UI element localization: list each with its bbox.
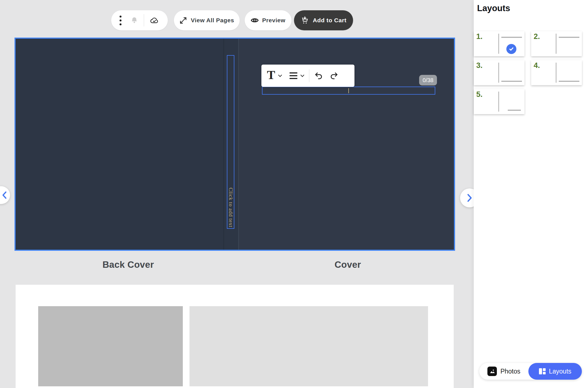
undo-icon[interactable] <box>314 71 323 80</box>
previous-spread-button[interactable] <box>0 186 10 204</box>
layout-text-line <box>559 37 579 38</box>
layout-option-3[interactable]: 3. <box>474 60 524 85</box>
layout-text-line <box>501 37 522 38</box>
layouts-tab[interactable]: Layouts <box>528 363 582 380</box>
layout-spine-line <box>498 92 499 112</box>
layouts-sidebar: Layouts 1. 2. 3. 4. 5. <box>474 0 588 388</box>
photo-placeholder-right[interactable] <box>189 306 428 386</box>
cover-spread-canvas[interactable]: Click to add text 0/38 T <box>14 38 455 251</box>
layout-text-line <box>508 110 521 111</box>
cover-title-text-box[interactable] <box>262 87 435 95</box>
layout-spine-line <box>498 63 499 83</box>
expand-icon <box>179 17 187 24</box>
layout-number: 1. <box>476 32 483 41</box>
text-editing-toolbar: T <box>261 65 354 87</box>
next-page-spread[interactable] <box>16 285 454 388</box>
layout-spine-line <box>556 34 557 54</box>
preview-label: Preview <box>262 17 286 24</box>
toolbar-divider <box>144 14 144 26</box>
toolbar-divider <box>309 69 309 82</box>
photos-tab[interactable]: Photos <box>479 367 528 376</box>
font-style-icon[interactable]: T <box>267 69 275 81</box>
layout-spine-line <box>498 34 499 54</box>
view-all-pages-button[interactable]: View All Pages <box>174 10 240 30</box>
view-all-pages-label: View All Pages <box>191 17 234 24</box>
toolbar-utility-group <box>111 10 168 30</box>
layout-text-line <box>501 81 522 82</box>
layouts-panel-title: Layouts <box>477 3 510 13</box>
text-cursor <box>348 88 349 93</box>
photos-tab-label: Photos <box>500 368 521 375</box>
cart-download-icon <box>301 16 309 24</box>
align-dropdown-chevron-icon[interactable] <box>300 74 305 77</box>
font-dropdown-chevron-icon[interactable] <box>278 74 282 77</box>
photo-placeholder-left[interactable] <box>38 306 183 386</box>
layout-option-5[interactable]: 5. <box>474 89 524 114</box>
layout-number: 3. <box>476 61 483 70</box>
spine-fold-line-right <box>238 39 239 250</box>
layout-number: 4. <box>534 61 540 70</box>
photos-icon <box>487 367 497 376</box>
character-counter-badge: 0/38 <box>419 75 437 85</box>
layout-option-1[interactable]: 1. <box>474 31 524 56</box>
spine-placeholder-text: Click to add text <box>228 188 234 227</box>
layout-number: 2. <box>534 32 540 41</box>
character-counter-value: 0/38 <box>423 77 434 84</box>
layout-option-2[interactable]: 2. <box>531 31 582 56</box>
chevron-right-icon <box>467 194 472 202</box>
cover-label: Cover <box>264 259 431 270</box>
selected-check-icon <box>506 44 516 54</box>
preview-button[interactable]: Preview <box>245 10 291 30</box>
eye-icon <box>251 16 259 24</box>
more-options-icon[interactable] <box>118 14 123 27</box>
redo-icon[interactable] <box>329 71 338 80</box>
layout-option-4[interactable]: 4. <box>531 60 582 85</box>
layouts-icon <box>539 368 546 374</box>
notifications-bell-icon[interactable] <box>130 16 138 24</box>
add-to-cart-label: Add to Cart <box>313 17 347 24</box>
chevron-left-icon <box>2 191 7 199</box>
layout-number: 5. <box>476 90 483 99</box>
spine-text-box[interactable]: Click to add text <box>227 55 234 229</box>
text-align-icon[interactable] <box>290 72 297 79</box>
layout-spine-line <box>556 63 557 83</box>
panel-switcher: Photos Layouts <box>479 363 582 380</box>
spine-fold-line-left <box>223 39 224 250</box>
back-cover-label: Back Cover <box>45 259 212 270</box>
layout-text-line <box>559 81 579 82</box>
layouts-tab-label: Layouts <box>549 368 572 375</box>
cloud-saved-icon[interactable] <box>150 16 159 24</box>
add-to-cart-button[interactable]: Add to Cart <box>294 10 353 30</box>
